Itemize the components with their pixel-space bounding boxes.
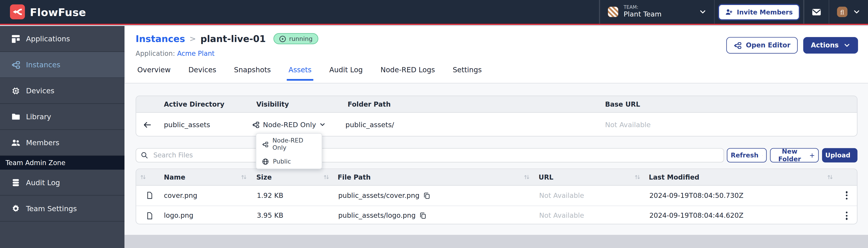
refresh-icon — [762, 152, 763, 159]
user-avatar: fl — [837, 6, 847, 17]
file-icon — [146, 211, 154, 220]
file-modified: 2024-09-19T08:04:44.620Z — [634, 212, 820, 219]
invite-members-label: Invite Members — [737, 8, 793, 15]
column-header-file-path[interactable]: File Path — [338, 173, 371, 181]
column-header-url[interactable]: URL — [538, 173, 553, 181]
top-navbar: FlowFuse TEAM: Plant Team — [0, 0, 868, 25]
sidebar-item-team-settings[interactable]: Team Settings — [0, 196, 124, 221]
tab-assets[interactable]: Assets — [287, 66, 313, 81]
tab-audit-log[interactable]: Audit Log — [328, 66, 365, 81]
team-selector[interactable]: TEAM: Plant Team — [600, 0, 714, 24]
chevron-down-icon — [853, 8, 860, 15]
kebab-menu-icon[interactable] — [844, 189, 849, 201]
sort-icon[interactable] — [323, 174, 330, 180]
breadcrumb-separator: > — [189, 34, 196, 43]
table-row[interactable]: logo.png 3.95 KB public_assets/logo.png … — [136, 206, 857, 224]
tab-devices[interactable]: Devices — [187, 66, 218, 81]
sidebar-item-label: Devices — [26, 86, 54, 95]
breadcrumb-instances-link[interactable]: Instances — [135, 33, 185, 44]
back-arrow-button[interactable] — [136, 120, 163, 129]
dropdown-option-node-red-only[interactable]: Node-RED Only — [256, 134, 322, 155]
instances-icon — [252, 121, 259, 129]
sort-icon[interactable] — [827, 174, 833, 180]
sidebar-item-label: Instances — [26, 61, 60, 69]
dropdown-option-public[interactable]: Public — [256, 155, 322, 169]
globe-icon — [262, 158, 269, 165]
flowfuse-app: FlowFuse TEAM: Plant Team — [0, 0, 868, 248]
search-input[interactable] — [135, 148, 724, 163]
flowfuse-logo-icon — [10, 4, 25, 20]
base-url-value: Not Available — [601, 120, 857, 129]
tab-node-red-logs[interactable]: Node-RED Logs — [379, 66, 437, 81]
team-avatar — [608, 6, 618, 17]
refresh-button[interactable]: Refresh — [727, 148, 767, 163]
file-modified: 2024-09-19T08:04:50.730Z — [634, 191, 820, 199]
file-path: public_assets/logo.png — [338, 212, 416, 219]
team-admin-zone-header: Team Admin Zone — [0, 156, 124, 170]
column-header-last-modified[interactable]: Last Modified — [649, 173, 699, 181]
brand[interactable]: FlowFuse — [10, 4, 86, 20]
column-header-size[interactable]: Size — [256, 173, 272, 181]
plus-icon — [809, 152, 815, 159]
tab-snapshots[interactable]: Snapshots — [232, 66, 273, 81]
directory-name: public_assets — [163, 120, 250, 129]
column-header-name[interactable]: Name — [163, 173, 240, 181]
users-icon — [11, 138, 21, 147]
chevron-down-icon — [843, 42, 850, 48]
database-icon — [11, 178, 21, 187]
sidebar-item-members[interactable]: Members — [0, 130, 124, 156]
column-header-active-directory: Active Directory — [163, 100, 250, 108]
upload-button[interactable]: Upload — [822, 148, 858, 163]
sort-icon[interactable] — [241, 174, 247, 180]
kebab-menu-icon[interactable] — [844, 210, 849, 221]
instance-tabs: Overview Devices Snapshots Assets Audit … — [135, 66, 483, 81]
copy-icon[interactable] — [419, 212, 427, 219]
open-editor-button[interactable]: Open Editor — [726, 37, 798, 54]
application-line: Application: Acme Plant — [135, 50, 215, 57]
chevron-down-icon — [699, 8, 706, 15]
sidebar-item-instances[interactable]: Instances — [0, 52, 124, 78]
file-path: public_assets/cover.png — [338, 191, 420, 199]
visibility-value: Node-RED Only — [263, 120, 316, 129]
tab-overview[interactable]: Overview — [135, 66, 172, 81]
chip-icon — [11, 86, 21, 95]
copy-icon[interactable] — [423, 191, 431, 199]
sidebar-item-audit-log[interactable]: Audit Log — [0, 170, 124, 196]
sidebar-item-applications[interactable]: Applications — [0, 26, 124, 52]
files-table: Name Size — [135, 169, 857, 224]
file-name: cover.png — [163, 191, 240, 199]
sidebar-item-devices[interactable]: Devices — [0, 78, 124, 104]
applications-icon — [11, 34, 21, 43]
visibility-select[interactable]: Node-RED Only — [250, 120, 326, 129]
invite-members-button[interactable]: Invite Members — [718, 4, 800, 20]
application-link[interactable]: Acme Plant — [177, 50, 215, 57]
table-row[interactable]: cover.png 1.92 KB public_assets/cover.pn… — [136, 186, 857, 206]
user-plus-icon — [725, 8, 733, 15]
sort-icon[interactable] — [634, 174, 641, 180]
sidebar-item-label: Library — [26, 112, 51, 121]
column-header-base-url: Base URL — [601, 100, 857, 108]
team-name: Plant Team — [624, 11, 662, 19]
sidebar-item-library[interactable]: Library — [0, 104, 124, 130]
folder-icon — [11, 112, 21, 121]
sidebar: Applications Instances Devices — [0, 26, 124, 248]
envelope-icon — [811, 7, 821, 16]
file-size: 3.95 KB — [240, 212, 323, 219]
folder-path-value: public_assets/ — [344, 120, 601, 129]
sort-icon[interactable] — [140, 174, 146, 180]
file-name: logo.png — [163, 212, 240, 219]
file-url: Not Available — [524, 212, 634, 219]
page-title: plant-live-01 — [200, 33, 266, 44]
new-folder-button[interactable]: New Folder — [770, 148, 819, 163]
sidebar-item-label: Members — [26, 138, 59, 147]
status-badge: running — [274, 33, 318, 44]
active-directory-card: Active Directory Visibility Folder Path … — [135, 96, 857, 136]
actions-button[interactable]: Actions — [803, 37, 858, 54]
file-icon — [146, 191, 154, 200]
directory-row: public_assets Node-RED Only — [136, 113, 857, 136]
chevron-down-icon — [319, 121, 326, 128]
tab-settings[interactable]: Settings — [451, 66, 483, 81]
sort-icon[interactable] — [524, 174, 530, 180]
user-menu[interactable]: fl — [829, 0, 868, 24]
notifications-button[interactable] — [804, 0, 828, 24]
